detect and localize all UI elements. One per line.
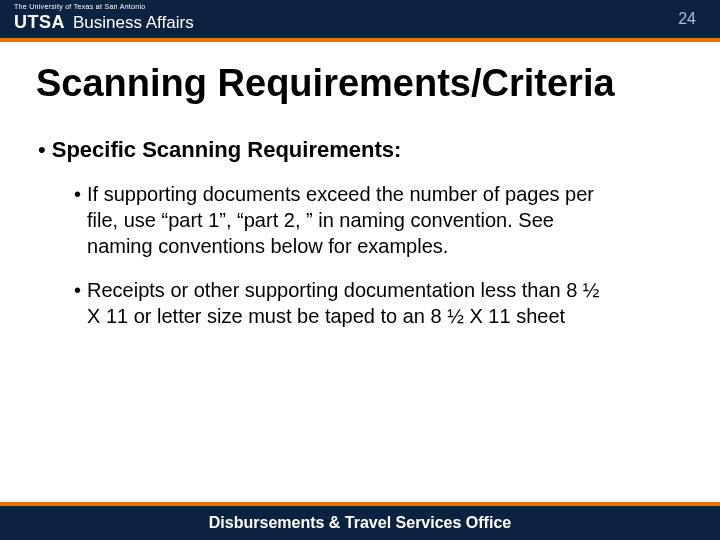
bullet-dot: •	[74, 277, 81, 303]
bullet-dot: •	[38, 137, 46, 163]
bullet-text: Specific Scanning Requirements:	[52, 137, 402, 163]
header-bar: The University of Texas at San Antonio U…	[0, 0, 720, 38]
slide-title: Scanning Requirements/Criteria	[36, 62, 720, 105]
slide-body: • Specific Scanning Requirements: • If s…	[38, 137, 682, 329]
bullet-level2-list: • If supporting documents exceed the num…	[74, 181, 682, 329]
bullet-level1: • Specific Scanning Requirements:	[38, 137, 682, 163]
bullet-text: If supporting documents exceed the numbe…	[87, 181, 607, 259]
page-number: 24	[678, 10, 696, 28]
footer-bar: Disbursements & Travel Services Office	[0, 506, 720, 540]
footer-text: Disbursements & Travel Services Office	[209, 514, 511, 532]
bullet-level2-item: • If supporting documents exceed the num…	[74, 181, 682, 259]
bullet-text: Receipts or other supporting documentati…	[87, 277, 607, 329]
header-divider	[0, 38, 720, 42]
bullet-level2-item: • Receipts or other supporting documenta…	[74, 277, 682, 329]
logo-business-affairs: Business Affairs	[73, 13, 194, 33]
logo-utsa: UTSA	[14, 12, 65, 33]
slide: The University of Texas at San Antonio U…	[0, 0, 720, 540]
bullet-dot: •	[74, 181, 81, 207]
logo-tagline: The University of Texas at San Antonio	[14, 3, 146, 10]
